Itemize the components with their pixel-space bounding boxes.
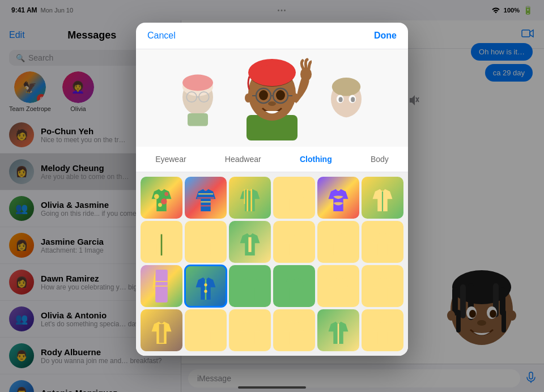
clothing-item-1[interactable]: [141, 177, 182, 219]
done-button[interactable]: Done: [374, 31, 397, 41]
clothing-item-4[interactable]: [273, 177, 315, 219]
clothing-item-15[interactable]: [229, 265, 271, 307]
svg-point-51: [161, 198, 167, 204]
clothing-item-8[interactable]: [185, 221, 227, 263]
clothing-item-17[interactable]: [317, 265, 359, 307]
clothing-item-14[interactable]: [185, 265, 227, 307]
cancel-button[interactable]: Cancel: [147, 31, 176, 41]
clothing-item-13[interactable]: [141, 265, 182, 307]
clothing-item-2[interactable]: [185, 177, 227, 219]
tab-clothing[interactable]: Clothing: [293, 152, 339, 166]
ipad-screen: 9:41 AM Mon Jun 10 ••• 100% 🔋 Edit Messa…: [0, 0, 544, 392]
svg-point-47: [339, 97, 343, 102]
clothing-item-9[interactable]: [229, 221, 271, 263]
modal-overlay: Cancel Done: [0, 0, 544, 392]
svg-point-69: [204, 290, 207, 293]
clothing-item-16[interactable]: [273, 265, 315, 307]
clothing-item-12[interactable]: [362, 221, 403, 263]
tab-headwear[interactable]: Headwear: [218, 152, 268, 166]
svg-point-31: [300, 67, 312, 81]
clothing-item-5[interactable]: [317, 177, 359, 219]
clothing-item-6[interactable]: [362, 177, 403, 219]
clothing-item-22[interactable]: [273, 309, 315, 351]
svg-point-38: [259, 90, 268, 100]
clothing-item-10[interactable]: [273, 221, 315, 263]
memoji-preview-right: [321, 67, 372, 129]
clothing-item-24[interactable]: [362, 309, 403, 351]
clothing-item-3[interactable]: [229, 177, 271, 219]
clothing-item-11[interactable]: [317, 221, 359, 263]
clothing-item-18[interactable]: [362, 265, 403, 307]
svg-point-50: [154, 194, 159, 199]
memoji-editor-modal: Cancel Done: [136, 23, 408, 356]
clothing-grid: [136, 172, 408, 356]
svg-point-52: [158, 203, 162, 207]
svg-point-41: [245, 93, 252, 103]
memoji-preview-area: [136, 49, 408, 147]
svg-rect-63: [248, 237, 251, 252]
tab-body[interactable]: Body: [364, 152, 396, 166]
svg-point-42: [292, 93, 299, 103]
clothing-item-20[interactable]: [185, 309, 227, 351]
svg-rect-70: [159, 324, 164, 343]
svg-point-49: [340, 109, 352, 117]
clothing-item-23[interactable]: [317, 309, 359, 351]
svg-point-39: [276, 90, 285, 100]
svg-rect-27: [188, 113, 208, 126]
clothing-item-21[interactable]: [229, 309, 271, 351]
clothing-item-19[interactable]: [141, 309, 182, 351]
svg-point-48: [351, 97, 355, 102]
memoji-preview-main: [232, 58, 312, 138]
tab-eyewear[interactable]: Eyewear: [148, 152, 193, 166]
svg-point-44: [332, 78, 360, 96]
memoji-preview-left: [172, 67, 223, 129]
svg-point-68: [204, 283, 207, 286]
tabs-row: Eyewear Headwear Clothing Body: [136, 147, 408, 172]
clothing-item-7[interactable]: [141, 221, 182, 263]
home-indicator: [238, 386, 306, 389]
svg-point-40: [268, 101, 276, 106]
svg-point-53: [164, 192, 168, 196]
modal-header: Cancel Done: [136, 23, 408, 49]
